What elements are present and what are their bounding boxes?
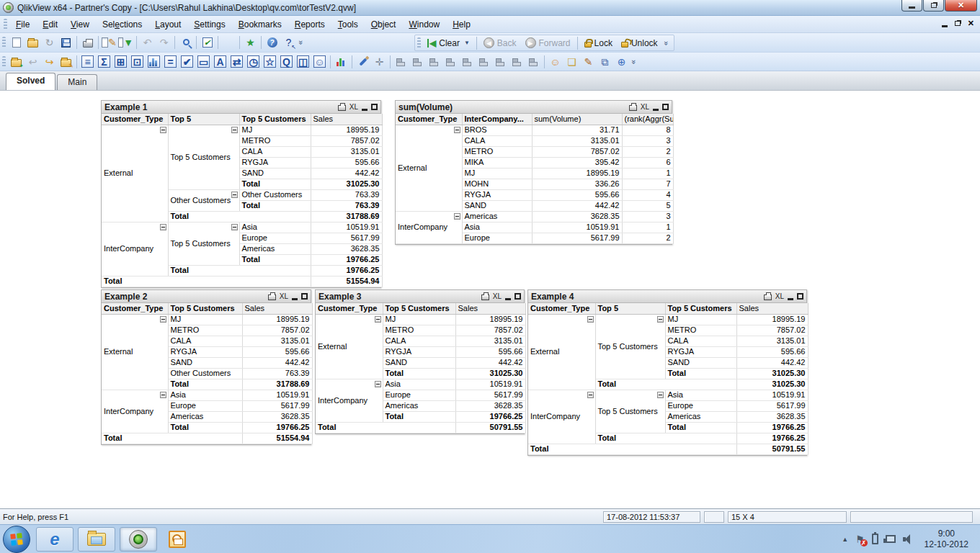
open-document-icon[interactable] <box>25 35 40 50</box>
total-label-cell[interactable]: Total <box>239 254 311 265</box>
send-to-excel-icon[interactable]: XL <box>641 103 649 111</box>
pivot-cell[interactable]: MJ <box>383 314 455 325</box>
total-value-cell[interactable]: 31025.30 <box>311 179 382 189</box>
pivot-cell[interactable]: Americas <box>665 411 736 422</box>
print-icon[interactable] <box>80 35 95 50</box>
send-to-excel-icon[interactable]: XL <box>775 292 784 300</box>
dimension-cell[interactable]: External <box>316 314 383 379</box>
pivot-value-cell[interactable]: 3135.01 <box>736 336 808 346</box>
minimize-object-icon[interactable] <box>292 298 298 300</box>
total-label-cell[interactable]: Total <box>595 379 736 390</box>
total-label-cell[interactable]: Total <box>102 433 242 444</box>
create-slider-icon[interactable]: ⇄ <box>229 54 244 69</box>
pivot-cell[interactable]: Other Customers <box>168 368 242 379</box>
pivot-cell[interactable]: METRO <box>239 135 311 146</box>
caption-bar-example-2[interactable]: Example 2XL <box>102 290 311 303</box>
pivot-value-cell[interactable]: 4 <box>622 189 673 200</box>
total-label-cell[interactable]: Total <box>665 422 736 433</box>
dimension-cell[interactable]: External <box>528 314 595 390</box>
total-label-cell[interactable]: Total <box>102 276 311 287</box>
pivot-value-cell[interactable]: 2 <box>622 146 673 157</box>
column-header-sales[interactable]: Sales <box>736 303 808 314</box>
total-label-cell[interactable]: Total <box>168 211 311 222</box>
minimize-object-icon[interactable] <box>505 298 511 300</box>
total-value-cell[interactable]: 51554.94 <box>242 433 312 444</box>
pivot-cell[interactable]: CALA <box>383 336 455 346</box>
adjust-objects-icon[interactable] <box>526 54 541 69</box>
pivot-cell[interactable]: Asia <box>383 379 455 390</box>
total-value-cell[interactable]: 31788.69 <box>311 211 382 222</box>
center-vertically-icon[interactable] <box>460 54 475 69</box>
total-label-cell[interactable]: Total <box>168 422 242 433</box>
demote-sheet-icon[interactable]: ↪ <box>42 54 57 69</box>
total-label-cell[interactable]: Total <box>383 411 455 422</box>
column-header-top-5[interactable]: Top 5 <box>168 114 239 125</box>
pivot-cell[interactable]: SAND <box>665 357 736 368</box>
standard-toolbar-grip[interactable] <box>2 37 6 48</box>
total-value-cell[interactable]: 19766.25 <box>736 433 808 444</box>
pivot-value-cell[interactable]: 18995.19 <box>311 125 382 135</box>
total-label-cell[interactable]: Total <box>168 265 311 276</box>
pivot-cell[interactable]: RYGJA <box>462 189 532 200</box>
print-icon[interactable] <box>481 295 489 300</box>
print-icon[interactable] <box>268 295 276 300</box>
total-value-cell[interactable]: 31025.30 <box>455 368 525 379</box>
pivot-value-cell[interactable]: 2 <box>622 233 673 243</box>
pivot-cell[interactable]: MJ <box>168 314 242 325</box>
pivot-cell[interactable]: Asia <box>239 222 311 233</box>
dimension-cell[interactable]: InterCompany <box>316 379 383 422</box>
pivot-value-cell[interactable]: 3628.35 <box>311 243 382 254</box>
pivot-value-cell[interactable]: 18995.19 <box>242 314 312 325</box>
pivot-cell[interactable]: Americas <box>168 411 242 422</box>
pivot-value-cell[interactable]: 10519.91 <box>311 222 382 233</box>
toolbar-overflow-chevron[interactable]: » <box>297 40 306 45</box>
print-icon[interactable] <box>338 105 346 111</box>
total-label-cell[interactable]: Total <box>239 200 311 211</box>
pivot-value-cell[interactable]: 763.39 <box>311 189 382 200</box>
pivot-value-cell[interactable]: 595.66 <box>532 189 622 200</box>
pivot-cell[interactable]: SAND <box>239 168 311 179</box>
dimension-cell[interactable]: InterCompany <box>102 390 168 433</box>
total-label-cell[interactable]: Total <box>665 368 736 379</box>
pivot-value-cell[interactable]: 7857.02 <box>455 325 525 336</box>
menu-bookmarks[interactable]: Bookmarks <box>232 17 288 32</box>
taskbar-item-windows-explorer[interactable] <box>78 527 115 552</box>
total-label-cell[interactable]: Total <box>316 422 455 433</box>
clear-dropdown-arrow[interactable]: ▼ <box>464 40 470 46</box>
new-sheet-icon[interactable]: ✦ <box>9 54 24 69</box>
help-icon[interactable]: ? <box>264 35 280 50</box>
maximize-object-icon[interactable] <box>514 293 521 300</box>
collapse-icon[interactable] <box>454 127 460 133</box>
menubar-grip[interactable] <box>4 19 7 30</box>
collapse-icon[interactable] <box>375 316 381 323</box>
minimize-object-icon[interactable] <box>788 298 793 300</box>
add-bookmark-icon[interactable]: ★ <box>243 35 258 50</box>
pivot-value-cell[interactable]: 5617.99 <box>736 400 808 411</box>
pivot-value-cell[interactable]: 1 <box>622 168 673 179</box>
pivot-value-cell[interactable]: 7857.02 <box>311 135 382 146</box>
column-header-top-5-customers[interactable]: Top 5 Customers <box>665 303 736 314</box>
menu-selections[interactable]: Selections <box>96 17 148 32</box>
create-input-box-icon[interactable]: ⊡ <box>130 54 145 69</box>
edit-sheet-icon[interactable]: ✎ <box>102 35 117 50</box>
promote-sheet-icon[interactable]: ↩ <box>25 54 40 69</box>
column-header-customer-type[interactable]: Customer_Type <box>528 303 595 314</box>
tab-main[interactable]: Main <box>57 74 97 90</box>
pivot-cell[interactable]: RYGJA <box>168 346 242 357</box>
pivot-value-cell[interactable]: 5 <box>622 200 673 211</box>
menu-window[interactable]: Window <box>402 17 446 32</box>
column-header-top-5[interactable]: Top 5 <box>595 303 665 314</box>
pivot-value-cell[interactable]: 18995.19 <box>736 314 808 325</box>
create-button-icon[interactable]: ▭ <box>196 54 211 69</box>
dimension-cell[interactable]: InterCompany <box>396 211 462 243</box>
chart-wizard-icon[interactable] <box>334 54 349 69</box>
collapse-icon[interactable] <box>231 127 238 133</box>
pivot-value-cell[interactable]: 3 <box>622 135 673 146</box>
total-value-cell[interactable]: 50791.55 <box>736 444 808 454</box>
pivot-value-cell[interactable]: 3 <box>622 211 673 222</box>
collapse-icon[interactable] <box>454 213 460 220</box>
create-search-object-icon[interactable]: Q <box>279 54 294 69</box>
total-label-cell[interactable]: Total <box>595 433 736 444</box>
pivot-value-cell[interactable]: 7857.02 <box>532 146 622 157</box>
pivot-cell[interactable]: Asia <box>665 390 736 400</box>
